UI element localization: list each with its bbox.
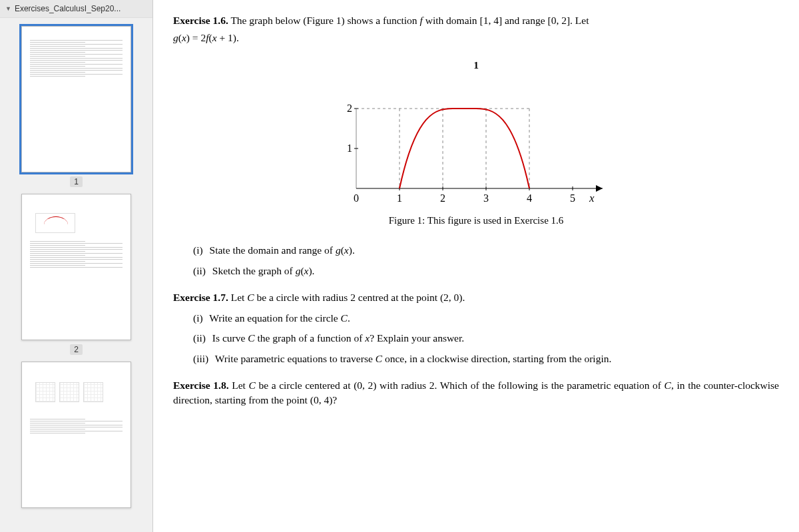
thumbnail-page-3[interactable]: [21, 362, 131, 511]
svg-text:3: 3: [483, 192, 489, 204]
exercise-1-6-heading: Exercise 1.6. The graph below (Figure 1)…: [173, 13, 779, 28]
exercise-1-7-heading: Exercise 1.7. Let C be a circle with rad…: [173, 290, 779, 305]
svg-text:1: 1: [347, 142, 352, 154]
svg-text:1: 1: [397, 192, 402, 204]
ex16-item-i: (i) State the domain and range of g(x).: [193, 243, 779, 258]
svg-text:2: 2: [440, 192, 445, 204]
ex17-item-i: (i) Write an equation for the circle C.: [193, 311, 779, 326]
figure-label-top: 1: [173, 58, 779, 73]
thumbnail-number: 2: [70, 344, 83, 355]
thumbnail-list: 1 2: [0, 18, 152, 532]
svg-text:x: x: [589, 192, 595, 204]
figure-caption: Figure 1: This figure is used in Exercis…: [173, 214, 779, 228]
thumbnail-page-1[interactable]: 1: [21, 26, 131, 187]
exercise-1-8-heading: Exercise 1.8. Let C be a circle centered…: [173, 378, 779, 408]
ex17-item-iii: (iii) Write parametric equations to trav…: [193, 352, 779, 366]
chart-svg: 2 1 0 1 2 3 4 5 x: [323, 75, 629, 208]
svg-text:5: 5: [570, 192, 575, 204]
thumbnail-number: 1: [70, 176, 83, 187]
ex17-item-ii: (ii) Is curve C the graph of a function …: [193, 331, 779, 346]
figure-1: 1 2 1 0 1: [173, 58, 779, 228]
disclosure-triangle-icon[interactable]: ▼: [5, 5, 11, 12]
svg-text:0: 0: [354, 192, 359, 204]
thumbnail-page-2[interactable]: 2: [21, 194, 131, 355]
sidebar-doc-title[interactable]: ▼ Exercises_CalculusI_Sep20...: [0, 0, 152, 18]
svg-marker-2: [596, 185, 603, 192]
thumbnail-sidebar: ▼ Exercises_CalculusI_Sep20... 1: [0, 0, 153, 532]
g-definition: g(x) = 2f(x + 1).: [173, 31, 779, 45]
ex16-item-ii: (ii) Sketch the graph of g(x).: [193, 264, 779, 278]
svg-text:4: 4: [527, 192, 532, 204]
doc-name: Exercises_CalculusI_Sep20...: [15, 4, 121, 13]
svg-text:2: 2: [347, 103, 352, 114]
document-content: Exercise 1.6. The graph below (Figure 1)…: [153, 0, 799, 532]
